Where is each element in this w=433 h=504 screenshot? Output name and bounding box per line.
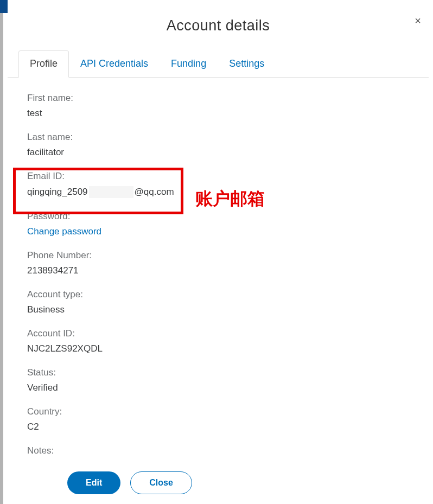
- notes-label: Notes:: [27, 445, 429, 456]
- modal-title: Account details: [8, 17, 429, 34]
- edit-button[interactable]: Edit: [67, 471, 120, 494]
- tab-funding[interactable]: Funding: [160, 50, 218, 78]
- change-password-link[interactable]: Change password: [27, 226, 429, 237]
- annotation-text: 账户邮箱: [195, 187, 265, 211]
- first-name-label: First name:: [27, 93, 429, 104]
- close-icon[interactable]: ×: [415, 15, 421, 26]
- phone-label: Phone Number:: [27, 250, 429, 261]
- email-value: qingqing_2509 @qq.com: [27, 186, 174, 198]
- email-suffix: @qq.com: [135, 187, 174, 197]
- last-name-field: Last name: facilitator: [27, 132, 429, 158]
- phone-field: Phone Number: 2138934271: [27, 250, 429, 276]
- first-name-field: First name: test: [27, 93, 429, 119]
- profile-panel: First name: test Last name: facilitator …: [8, 78, 429, 456]
- account-type-label: Account type:: [27, 289, 429, 300]
- window-top-edge: [0, 0, 8, 13]
- account-id-value: NJC2LZS92XQDL: [27, 343, 429, 354]
- close-button[interactable]: Close: [130, 471, 192, 494]
- email-label: Email ID:: [27, 171, 429, 182]
- status-value: Verified: [27, 382, 429, 393]
- notes-field: Notes:: [27, 445, 429, 456]
- redacted-block: [89, 186, 133, 198]
- password-field: Password: Change password: [27, 211, 429, 237]
- email-prefix: qingqing_2509: [27, 187, 88, 197]
- tab-profile[interactable]: Profile: [18, 50, 69, 78]
- status-label: Status:: [27, 367, 429, 378]
- last-name-value: facilitator: [27, 147, 429, 158]
- status-field: Status: Verified: [27, 367, 429, 393]
- last-name-label: Last name:: [27, 132, 429, 143]
- password-label: Password:: [27, 211, 429, 222]
- country-label: Country:: [27, 406, 429, 417]
- first-name-value: test: [27, 108, 429, 119]
- country-field: Country: C2: [27, 406, 429, 432]
- account-details-modal: × Account details Profile API Credential…: [8, 0, 429, 504]
- account-type-value: Business: [27, 304, 429, 315]
- tab-bar: Profile API Credentials Funding Settings: [8, 50, 429, 78]
- country-value: C2: [27, 422, 429, 432]
- account-id-field: Account ID: NJC2LZS92XQDL: [27, 328, 429, 354]
- tab-api-credentials[interactable]: API Credentials: [69, 50, 160, 78]
- account-type-field: Account type: Business: [27, 289, 429, 315]
- window-left-edge: [0, 0, 3, 504]
- phone-value: 2138934271: [27, 265, 429, 276]
- modal-footer: Edit Close: [8, 471, 429, 504]
- tab-settings[interactable]: Settings: [218, 50, 276, 78]
- account-id-label: Account ID:: [27, 328, 429, 339]
